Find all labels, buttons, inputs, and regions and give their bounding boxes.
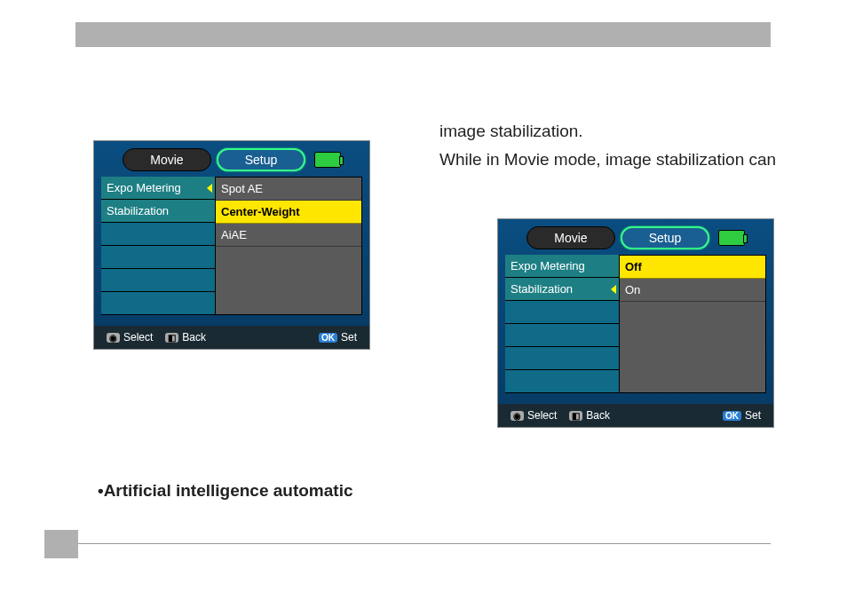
dpad-icon: ◉ [107,333,120,343]
footer-back: ◧Back [569,409,610,422]
menu-item-empty [101,246,215,269]
option-center-weight[interactable]: Center-Weight [216,201,361,224]
footer-rule [78,543,771,544]
tab-setup[interactable]: Setup [621,226,709,249]
back-icon: ◧ [569,411,582,421]
menu-item-empty [101,223,215,246]
header-bar [75,22,771,47]
menu-item-empty [505,324,619,347]
battery-icon [718,230,745,246]
bullet-aiae: •Artificial intelligence automatic [98,481,353,501]
footer-set: OKSet [319,331,357,344]
footer-set: OKSet [723,409,761,422]
menu-item-empty [505,370,619,393]
ok-icon: OK [319,333,337,343]
menu-item-empty [101,269,215,292]
menu-right-column: Spot AE Center-Weight AiAE [215,177,362,315]
ok-icon: OK [723,411,741,421]
menu-item-expo-metering[interactable]: Expo Metering [505,255,619,278]
battery-icon [314,152,341,168]
footer-select: ◉Select [511,409,557,422]
tab-bar: Movie Setup [94,148,369,171]
menu-right-column: Off On [619,255,766,393]
option-spot-ae[interactable]: Spot AE [216,178,361,201]
tab-movie[interactable]: Movie [123,148,211,171]
menu-left-column: Expo Metering Stabilization [101,177,215,315]
camera-menu-screenshot-1: Movie Setup Expo Metering Stabilization … [93,140,370,350]
dpad-icon: ◉ [511,411,524,421]
option-off[interactable]: Off [620,256,765,279]
tab-setup[interactable]: Setup [217,148,305,171]
menu-left-column: Expo Metering Stabilization [505,255,619,393]
menu-item-empty [505,347,619,370]
menu-item-empty [505,301,619,324]
body-text-2: While in Movie mode, image stabilization… [439,146,776,174]
footer-select: ◉Select [107,331,153,344]
footer-bar: ◉Select ◧Back OKSet [94,326,369,349]
option-on[interactable]: On [620,279,765,302]
footer-bar: ◉Select ◧Back OKSet [498,404,773,427]
camera-menu-screenshot-2: Movie Setup Expo Metering Stabilization … [497,218,774,428]
menu-item-stabilization[interactable]: Stabilization [505,278,619,301]
tab-movie[interactable]: Movie [526,226,615,249]
footer-back: ◧Back [165,331,206,344]
body-text-1: image stabilization. [439,117,583,146]
menu-item-stabilization[interactable]: Stabilization [101,200,215,223]
menu-item-empty [101,292,215,315]
page-number-box [44,530,78,558]
back-icon: ◧ [165,333,178,343]
option-aiae[interactable]: AiAE [216,224,361,247]
menu-item-expo-metering[interactable]: Expo Metering [101,177,215,200]
tab-bar: Movie Setup [498,226,773,249]
